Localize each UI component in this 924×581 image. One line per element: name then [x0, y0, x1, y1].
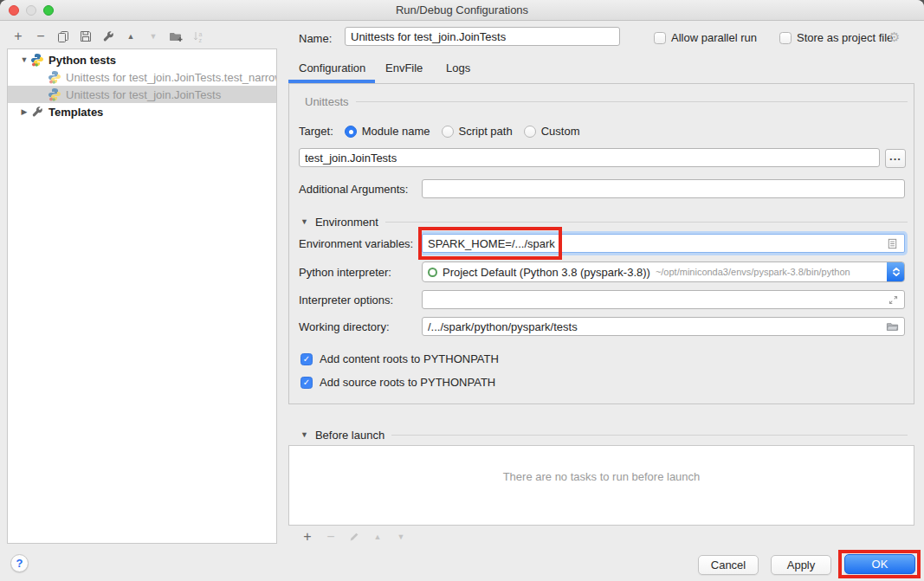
run-debug-configurations-dialog: Run/Debug Configurations + − ▲ ▼ az ▼ Py	[0, 0, 924, 581]
store-as-project-file-label: Store as project file	[797, 31, 893, 44]
environment-group-label: Environment	[315, 216, 378, 229]
svg-text:z: z	[199, 37, 203, 43]
allow-parallel-run-checkbox[interactable]	[654, 32, 666, 44]
configurations-tree: ▼ Python tests Unittests for test_join.J…	[7, 48, 277, 544]
svg-text:a: a	[199, 31, 203, 37]
tab-envfile[interactable]: EnvFile	[385, 61, 423, 74]
add-source-roots-checkbox[interactable]: ✓	[300, 377, 313, 389]
target-option-script-path: Script path	[442, 125, 513, 138]
tab-logs[interactable]: Logs	[446, 61, 470, 74]
additional-arguments-label: Additional Arguments:	[299, 183, 408, 196]
target-row: Target: Module name Script path Custom	[299, 125, 579, 138]
unittests-group-header: Unittests	[305, 94, 908, 108]
ellipsis-icon: ...	[889, 150, 901, 163]
target-label: Target:	[299, 125, 333, 138]
add-content-roots-option: ✓ Add content roots to PYTHONPATH	[300, 352, 499, 365]
remove-configuration-button[interactable]: −	[34, 29, 48, 43]
move-task-down-icon: ▼	[394, 530, 408, 544]
tree-item-label: Python tests	[48, 54, 116, 67]
module-name-radio[interactable]	[345, 126, 357, 138]
folder-icon[interactable]	[886, 320, 899, 333]
tree-item-python-tests[interactable]: ▼ Python tests	[8, 51, 276, 68]
add-task-button[interactable]: +	[300, 530, 314, 544]
python-interpreter-value: Project Default (Python 3.8 (pyspark-3.8…	[443, 266, 650, 279]
cancel-button[interactable]: Cancel	[698, 555, 759, 575]
add-source-roots-option: ✓ Add source roots to PYTHONPATH	[300, 376, 495, 389]
store-as-project-file-checkbox[interactable]	[779, 32, 792, 44]
allow-parallel-run-label: Allow parallel run	[671, 31, 757, 44]
add-content-roots-checkbox[interactable]: ✓	[300, 353, 313, 365]
browse-button[interactable]: ...	[885, 149, 906, 168]
new-folder-icon[interactable]	[169, 29, 183, 43]
templates-wrench-icon	[30, 105, 44, 119]
help-button[interactable]: ?	[10, 554, 29, 572]
ok-button[interactable]: OK	[844, 554, 915, 574]
before-launch-group-label: Before launch	[315, 429, 384, 442]
name-input[interactable]	[345, 27, 620, 46]
edit-templates-wrench-icon[interactable]	[101, 29, 115, 43]
move-down-icon: ▼	[146, 29, 160, 43]
unittests-group-label: Unittests	[305, 95, 349, 108]
before-launch-toolbar: + − ▲ ▼	[300, 530, 408, 544]
tree-item-label: Unittests for test_join.JoinTests.test_n…	[66, 71, 276, 84]
python-tests-icon	[30, 53, 44, 67]
script-path-radio[interactable]	[442, 126, 454, 138]
expand-field-icon[interactable]	[888, 294, 899, 306]
interpreter-options-field[interactable]	[422, 290, 905, 309]
additional-arguments-input[interactable]	[422, 179, 905, 198]
conda-environment-icon	[428, 268, 437, 277]
python-test-icon	[48, 87, 61, 101]
python-interpreter-dropdown[interactable]: Project Default (Python 3.8 (pyspark-3.8…	[422, 261, 905, 282]
move-up-icon[interactable]: ▲	[124, 29, 138, 43]
window-title: Run/Debug Configurations	[0, 0, 924, 20]
tab-configuration[interactable]: Configuration	[299, 61, 365, 74]
tree-item-unittests-jointests-selected[interactable]: Unittests for test_join.JoinTests	[8, 86, 276, 103]
working-directory-field[interactable]: /.../spark/python/pyspark/tests	[422, 317, 905, 336]
custom-radio[interactable]	[524, 126, 536, 138]
target-input[interactable]	[299, 148, 880, 167]
tree-item-templates[interactable]: ▶ Templates	[8, 103, 276, 120]
sort-alphabetically-icon: az	[191, 29, 205, 43]
environment-variables-value: SPARK_HOME=/.../spark	[428, 237, 555, 250]
collapse-icon[interactable]: ▼	[300, 430, 308, 439]
before-launch-task-list: There are no tasks to run before launch	[288, 445, 914, 526]
collapse-icon[interactable]: ▼	[18, 55, 30, 64]
save-configuration-icon[interactable]	[79, 29, 93, 43]
target-option-module-name: Module name	[345, 125, 430, 138]
before-launch-group-header: ▼ Before launch	[300, 428, 908, 442]
add-content-roots-label: Add content roots to PYTHONPATH	[320, 352, 499, 365]
titlebar: Run/Debug Configurations	[0, 0, 924, 21]
apply-button[interactable]: Apply	[771, 555, 831, 575]
custom-radio-label: Custom	[541, 125, 580, 138]
working-directory-value: /.../spark/python/pyspark/tests	[428, 320, 578, 333]
remove-task-button: −	[324, 530, 338, 544]
module-name-radio-label: Module name	[362, 125, 430, 138]
edit-variables-icon[interactable]	[886, 237, 899, 250]
python-test-icon	[48, 70, 61, 84]
target-option-custom: Custom	[524, 125, 580, 138]
name-label: Name:	[299, 32, 332, 45]
environment-variables-label: Environment variables:	[299, 237, 413, 250]
environment-variables-field[interactable]: SPARK_HOME=/.../spark	[422, 234, 905, 253]
working-directory-label: Working directory:	[299, 320, 390, 333]
add-configuration-button[interactable]: +	[11, 29, 25, 43]
dropdown-chevrons-icon[interactable]	[887, 261, 905, 282]
tree-item-unittests-test-narrow[interactable]: Unittests for test_join.JoinTests.test_n…	[8, 68, 276, 86]
script-path-radio-label: Script path	[459, 125, 513, 138]
allow-parallel-run-option: Allow parallel run	[654, 31, 757, 44]
edit-task-pencil-icon	[347, 530, 361, 544]
close-window-button[interactable]	[9, 5, 19, 16]
tree-item-label: Templates	[48, 106, 103, 119]
help-icon: ?	[16, 557, 23, 570]
collapse-icon[interactable]: ▼	[300, 217, 308, 226]
interpreter-options-label: Interpreter options:	[299, 294, 393, 307]
python-interpreter-label: Python interpreter:	[299, 266, 391, 279]
zoom-window-button[interactable]	[43, 5, 54, 16]
tree-item-label: Unittests for test_join.JoinTests	[66, 88, 221, 101]
environment-group-header: ▼ Environment	[300, 215, 908, 229]
store-as-project-file-option: Store as project file	[779, 31, 893, 44]
copy-configuration-icon[interactable]	[56, 29, 70, 43]
move-task-up-icon: ▲	[371, 530, 384, 544]
gear-icon[interactable]: ⚙	[888, 29, 900, 45]
expand-icon[interactable]: ▶	[18, 107, 30, 116]
